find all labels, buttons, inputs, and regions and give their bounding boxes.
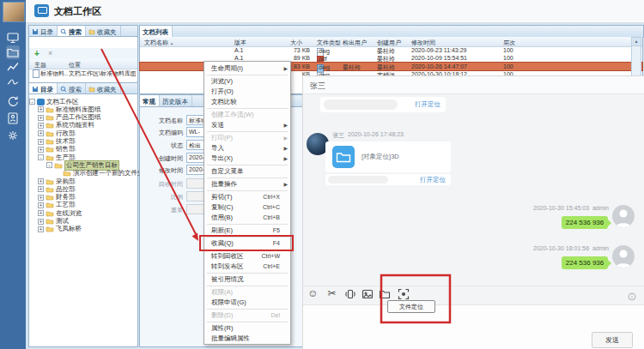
avatar[interactable] [612,205,635,227]
folder-icon [46,226,54,232]
menu-separator [207,75,288,75]
menu-separator [207,224,288,225]
monitor-icon[interactable] [6,31,20,45]
folder-icon[interactable] [6,45,20,59]
tree-panel: -文档工作区 +标准物料库图纸 +产品工作区图纸 +系统功能资料 +行政部 +技… [28,93,138,347]
tree-item[interactable]: 演示创建一个新的文件夹 [29,170,144,178]
menu-item-refresh[interactable]: 刷新(E)F5 [204,226,290,236]
table-scrollbar[interactable]: ▲ [631,37,641,78]
tree-item[interactable]: +销售部 [29,146,76,153]
disk-icon [32,86,39,93]
tree-item[interactable]: +财务部 [29,194,76,202]
tree-item[interactable]: +系统功能资料 [29,122,94,129]
message-sender: 张三 [332,131,344,140]
menu-item-send[interactable]: 发送▶ [204,120,290,130]
locate-icon[interactable] [397,287,410,300]
tree-item[interactable]: +标准物料库图纸 [29,105,101,113]
tree-item[interactable]: +工艺部 [29,202,76,209]
menu-item-batch-edit-props[interactable]: 批量编辑属性 [204,334,290,344]
tree-item[interactable]: +行政部 [29,129,76,137]
menu-item-browse[interactable]: 浏览(V) [204,76,290,87]
menu-separator [207,178,288,178]
menu-separator [207,322,288,322]
contacts-icon[interactable] [6,111,20,125]
submenu-arrow-icon: ▶ [283,133,288,143]
menu-item-import[interactable]: 导入▶ [204,143,290,153]
menu-item-batch-ops[interactable]: 批量操作▶ [204,179,290,190]
chat-card-footer[interactable]: 打开定位 [325,174,451,185]
chat-bubble[interactable]: 224 536 936 [562,256,608,269]
activity-icon[interactable] [6,75,20,88]
folder-icon[interactable] [378,287,391,300]
tab-history-versions[interactable]: 历史版本 [160,95,192,106]
chat-input-area[interactable]: 发送 [303,304,644,349]
menu-item-lifecycle[interactable]: 生命周期(I)▶ [204,63,290,74]
scroll-up-icon[interactable]: ▲ [632,38,641,46]
folder-icon [63,170,71,177]
chart-icon[interactable] [6,60,20,74]
image-icon[interactable] [361,287,374,300]
tree-item[interactable]: +产品工作区图纸 [29,114,101,122]
file-locate-tooltip: 文件定位 [387,300,435,313]
folder-icon [46,106,54,113]
shake-icon[interactable] [343,287,356,300]
folder-icon [54,162,63,169]
search-icon [60,28,67,35]
tree-item-root[interactable]: -文档工作区 [29,98,79,105]
menu-item-referenced[interactable]: 被引用情况 [204,274,290,285]
open-locate-link[interactable]: 打开定位 [415,100,440,109]
menu-separator [207,165,288,165]
app-sidebar [0,0,26,349]
title-bar: 文档工作区 [26,0,644,23]
folder-icon [46,114,54,121]
tree-item[interactable]: +飞凤标桥 [29,226,82,233]
menu-item-favorite[interactable]: 收藏(Q)F4 [204,238,290,249]
folder-icon [46,194,54,201]
object-locate-label: [对象定位]3D [361,153,399,161]
send-button[interactable]: 发送 [592,332,633,348]
tree-item[interactable]: +在线浏览 [29,209,82,217]
divider [303,286,644,286]
chat-card[interactable]: 打开定位 [320,97,446,112]
folder-icon [46,122,54,129]
menu-item-to-publish[interactable]: 转到发布区Ctrl+E [204,262,290,272]
info-icon[interactable] [628,292,636,301]
tab-general[interactable]: 常规 [140,95,160,106]
menu-item-doc-compare[interactable]: 文档比较 [204,97,290,107]
chat-bubble[interactable]: 224 536 936 [562,216,608,229]
avatar[interactable] [612,245,635,268]
menu-item-cut[interactable]: 剪切(T)Ctrl+X [204,192,290,202]
scissors-icon[interactable]: ✂ [325,287,338,300]
submenu-arrow-icon: ▶ [283,143,288,153]
emoji-icon[interactable]: ☺ [307,287,319,300]
object-locate-card[interactable]: [对象定位]3D [325,141,451,172]
remove-button[interactable]: × [48,49,52,57]
settings-icon[interactable] [6,129,20,142]
menu-item-permission-request[interactable]: 权限申请(G) [204,298,290,308]
sync-icon[interactable] [6,94,20,108]
menu-item-print: 打印(P)▶ [204,133,290,143]
menu-item-export[interactable]: 导出(X)▶ [204,153,290,164]
menu-item-properties[interactable]: 属性(R) [204,323,290,334]
menu-item-to-recycle[interactable]: 转到回收区Ctrl+W [204,251,290,262]
add-button[interactable]: + [34,49,39,58]
tab-doc-list[interactable]: 文档列表 [140,26,173,37]
sent-meta: 2020-10-30 15:45:03 admin [533,205,609,211]
table-row[interactable]: 标准物料库图纸062.dwg A.173 KB .dwg 晏桂玲 2020-09… [140,46,642,54]
avatar[interactable] [3,2,25,22]
submenu-arrow-icon: ▶ [283,153,288,164]
menu-item-copy[interactable]: 复制(C)Ctrl+C [204,202,290,213]
menu-item-custom-menu[interactable]: 自定义菜单 [204,166,290,177]
folder-icon [46,154,54,161]
tree-item[interactable]: +采购部 [29,178,76,185]
tree-item-selected[interactable]: -公司生产销售目标 [29,161,119,169]
tree-item[interactable]: +技术部 [29,138,76,146]
open-locate-link[interactable]: 打开定位 [420,176,446,184]
menu-item-open[interactable]: 打开(O) [204,87,290,97]
sent-meta: 2020-10-30 18:01:56 admin [533,245,609,251]
folder-icon [46,186,54,193]
tree-item[interactable]: +测试 [29,218,69,226]
tree-item[interactable]: +品控部 [29,185,76,193]
menu-item-borrow[interactable]: 借用(B)Ctrl+B [204,213,290,223]
search-result-row[interactable]: 标准物料... 文档工作区\标准物料库图 [29,69,137,77]
